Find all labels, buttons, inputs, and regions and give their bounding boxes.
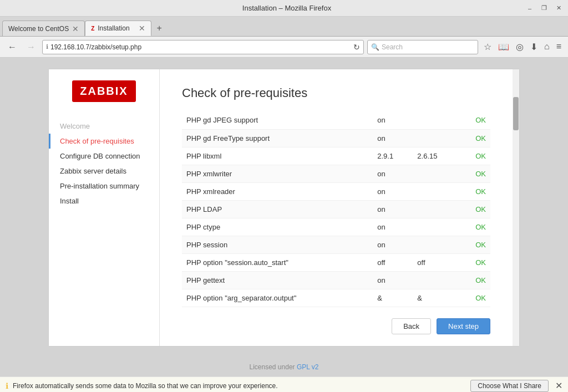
url-info-icon: ℹ xyxy=(46,43,48,50)
search-icon: 🔍 xyxy=(371,43,379,51)
zabbix-logo: ZABBIX xyxy=(72,80,135,102)
sidebar-item-check-prereqs[interactable]: Check of pre-requisites xyxy=(54,134,154,149)
content-area: ZABBIX Welcome Check of pre-requisites C… xyxy=(0,58,568,358)
next-step-button[interactable]: Next step xyxy=(437,318,490,334)
req-value: on xyxy=(373,165,413,182)
pocket-icon[interactable]: ◎ xyxy=(514,40,526,53)
req-required: & xyxy=(413,289,459,307)
tab-centos-close[interactable]: ✕ xyxy=(72,24,79,33)
add-tab-button[interactable]: + xyxy=(151,21,167,36)
table-row: PHP xmlwriter on OK xyxy=(182,165,490,182)
req-required xyxy=(413,236,459,253)
notification-bar: ℹ Firefox automatically sends some data … xyxy=(0,376,568,392)
req-status: OK xyxy=(459,147,490,165)
sidebar-item-configure-db[interactable]: Configure DB connection xyxy=(54,149,154,164)
requirements-table: PHP gd JPEG support on OK PHP gd FreeTyp… xyxy=(182,111,490,307)
reload-button[interactable]: ↻ xyxy=(353,43,360,52)
req-value: on xyxy=(373,200,413,218)
req-required xyxy=(413,218,459,236)
back-button[interactable]: Back xyxy=(392,318,431,334)
search-bar[interactable]: 🔍 Search xyxy=(367,40,478,54)
req-required xyxy=(413,200,459,218)
req-required: 2.6.15 xyxy=(413,147,459,165)
minimize-button[interactable]: – xyxy=(525,3,535,13)
sidebar-item-zabbix-server[interactable]: Zabbix server details xyxy=(54,164,154,179)
req-name: PHP ctype xyxy=(182,218,373,236)
close-button[interactable]: ✕ xyxy=(554,3,564,13)
tab-installation-label: Installation xyxy=(98,24,129,32)
req-name: PHP libxml xyxy=(182,147,373,165)
tab-installation[interactable]: Z Installation ✕ xyxy=(85,21,151,36)
nav-items: Welcome Check of pre-requisites Configur… xyxy=(49,119,159,208)
reading-mode-icon[interactable]: 📖 xyxy=(496,40,511,53)
license-text: Licensed under GPL v2 xyxy=(250,363,319,371)
navbar: ← → ℹ 192.168.10.7/zabbix/setup.php ↻ 🔍 … xyxy=(0,37,568,58)
req-status: OK xyxy=(459,236,490,253)
forward-nav-button[interactable]: → xyxy=(23,41,39,53)
home-icon[interactable]: ⌂ xyxy=(542,40,552,53)
page-container: ZABBIX Welcome Check of pre-requisites C… xyxy=(48,69,520,347)
req-name: PHP xmlwriter xyxy=(182,165,373,182)
titlebar: Installation – Mozilla Firefox – ❐ ✕ xyxy=(0,0,568,17)
req-status: OK xyxy=(459,165,490,182)
button-row: Back Next step xyxy=(182,318,490,334)
notification-close-icon[interactable]: ✕ xyxy=(555,380,562,391)
table-row: PHP ctype on OK xyxy=(182,218,490,236)
req-required xyxy=(413,111,459,129)
table-row: PHP gd FreeType support on OK xyxy=(182,129,490,147)
sidebar-item-welcome[interactable]: Welcome xyxy=(54,119,154,134)
req-status: OK xyxy=(459,111,490,129)
choose-what-share-button[interactable]: Choose What I Share xyxy=(470,380,549,392)
sidebar-item-install[interactable]: Install xyxy=(54,194,154,208)
page-title: Check of pre-requisites xyxy=(182,86,490,100)
req-status: OK xyxy=(459,271,490,289)
req-name: PHP session xyxy=(182,236,373,253)
window-title: Installation – Mozilla Firefox xyxy=(49,4,525,12)
url-text: 192.168.10.7/zabbix/setup.php xyxy=(50,43,351,51)
sidebar-item-pre-install[interactable]: Pre-installation summary xyxy=(54,179,154,194)
req-required xyxy=(413,129,459,147)
notification-icon: ℹ xyxy=(6,381,8,390)
url-bar[interactable]: ℹ 192.168.10.7/zabbix/setup.php ↻ xyxy=(42,40,364,54)
menu-icon[interactable]: ≡ xyxy=(554,40,564,53)
req-value: on xyxy=(373,111,413,129)
req-status: OK xyxy=(459,129,490,147)
req-name: PHP gd JPEG support xyxy=(182,111,373,129)
table-row: PHP gd JPEG support on OK xyxy=(182,111,490,129)
tabbar: Welcome to CentOS ✕ Z Installation ✕ + xyxy=(0,17,568,37)
req-required xyxy=(413,165,459,182)
nav-icons: ☆ 📖 ◎ ⬇ ⌂ ≡ xyxy=(481,40,564,53)
window-controls[interactable]: – ❐ ✕ xyxy=(525,3,564,13)
req-value: on xyxy=(373,218,413,236)
tab-centos-label: Welcome to CentOS xyxy=(8,25,69,33)
bookmark-star-icon[interactable]: ☆ xyxy=(481,40,494,53)
req-name: PHP gd FreeType support xyxy=(182,129,373,147)
license-link[interactable]: GPL v2 xyxy=(297,363,319,371)
table-row: PHP option "session.auto_start" off off … xyxy=(182,253,490,271)
table-row: PHP libxml 2.9.1 2.6.15 OK xyxy=(182,147,490,165)
req-name: PHP gettext xyxy=(182,271,373,289)
download-icon[interactable]: ⬇ xyxy=(528,40,540,53)
req-name: PHP option "session.auto_start" xyxy=(182,253,373,271)
footer: Licensed under GPL v2 xyxy=(0,358,568,376)
req-value: on xyxy=(373,129,413,147)
table-row: PHP LDAP on OK xyxy=(182,200,490,218)
req-name: PHP xmlreader xyxy=(182,182,373,200)
scrollbar-thumb[interactable] xyxy=(513,97,519,130)
req-value: 2.9.1 xyxy=(373,147,413,165)
notification-text: Firefox automatically sends some data to… xyxy=(13,382,466,390)
tab-centos[interactable]: Welcome to CentOS ✕ xyxy=(2,21,85,36)
scrollbar-track[interactable] xyxy=(513,69,519,346)
main-content: Check of pre-requisites PHP gd JPEG supp… xyxy=(160,69,513,346)
tab-installation-close[interactable]: ✕ xyxy=(139,24,145,33)
req-value: on xyxy=(373,182,413,200)
back-nav-button[interactable]: ← xyxy=(4,41,20,53)
req-status: OK xyxy=(459,253,490,271)
restore-button[interactable]: ❐ xyxy=(539,3,549,13)
table-row: PHP xmlreader on OK xyxy=(182,182,490,200)
req-status: OK xyxy=(459,218,490,236)
table-row: PHP session on OK xyxy=(182,236,490,253)
tab-installation-favicon: Z xyxy=(91,26,94,32)
req-value: & xyxy=(373,289,413,307)
req-required xyxy=(413,271,459,289)
